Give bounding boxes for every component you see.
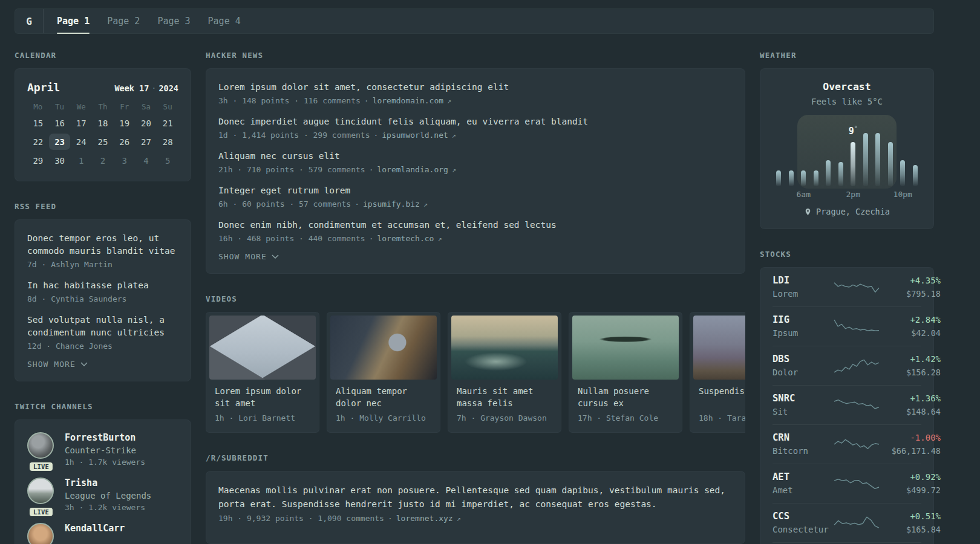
weather-time-label: 2pm: [846, 190, 860, 199]
twitch-avatar[interactable]: [27, 432, 54, 459]
page-tabs: Page 1Page 2Page 3Page 4: [44, 9, 241, 33]
video-card[interactable]: Lorem ipsum dolor sit amet consectetu…1h…: [206, 312, 319, 433]
weather-feels-like: Feels like 5°C: [773, 97, 921, 106]
twitch-avatar[interactable]: [27, 523, 54, 544]
calendar-day: 15: [27, 115, 49, 131]
video-title[interactable]: Nullam posuere cursus ex: [578, 385, 673, 409]
twitch-channel-name[interactable]: ForrestBurton: [65, 432, 145, 443]
video-thumbnail[interactable]: [693, 316, 745, 380]
weather-time-label: 6am: [797, 190, 811, 199]
stock-row[interactable]: LDILorem+4.35%$795.18: [773, 268, 921, 306]
video-thumbnail[interactable]: [451, 316, 558, 380]
stock-row[interactable]: AETAmet+0.92%$499.72: [773, 464, 921, 503]
rss-show-more-button[interactable]: SHOW MORE: [27, 360, 88, 369]
weather-bar-current: [851, 142, 855, 186]
calendar-day: 28: [157, 134, 178, 150]
stock-symbol: CRN: [773, 432, 833, 443]
location-text: Prague, Czechia: [816, 207, 890, 216]
left-column: CALENDAR April Week 17·2024 MoTuWeThFrSa…: [15, 51, 191, 544]
rss-item-title[interactable]: Sed volutpat nulla nisl, a condimentum n…: [27, 314, 178, 339]
weather-bar: [863, 133, 868, 186]
hackernews-item-title[interactable]: Donec enim nibh, condimentum et accumsan…: [218, 219, 733, 232]
item-domain-link[interactable]: loremlandia.org: [377, 165, 448, 174]
tab-page-1[interactable]: Page 1: [57, 9, 90, 33]
weather-hourly-chart: 9° 6am2pm10pm: [773, 112, 921, 201]
tab-page-4[interactable]: Page 4: [208, 9, 241, 33]
video-card[interactable]: Aliquam tempor dolor nec pharetra…1h · M…: [327, 312, 440, 433]
twitch-avatar[interactable]: [27, 478, 54, 504]
video-card[interactable]: Suspendisse diam18h · Tara: [690, 312, 745, 433]
rss-item-meta: 12d · Chance Jones: [27, 342, 178, 351]
weather-card: Overcast Feels like 5°C 9° 6am2pm10pm Pr…: [760, 68, 934, 229]
rss-item-meta: 7d · Ashlyn Martin: [27, 260, 178, 269]
sparkline-chart: [833, 474, 880, 493]
weather-bar: [900, 160, 905, 186]
separator-dot: ·: [354, 199, 359, 209]
hackernews-item-title[interactable]: Integer eget rutrum lorem: [218, 184, 733, 197]
stock-change: +0.51%: [880, 511, 941, 521]
stock-values: +2.84%$42.04: [880, 315, 941, 338]
stock-row[interactable]: DBSDolor+1.42%$156.28: [773, 346, 921, 385]
stock-left: DBSDolor: [773, 354, 833, 377]
video-thumbnail[interactable]: [572, 316, 679, 380]
stock-row[interactable]: IIGIpsum+2.84%$42.04: [773, 306, 921, 346]
hackernews-show-more-button[interactable]: SHOW MORE: [218, 252, 279, 261]
twitch-channel-viewers: 1h · 1.7k viewers: [65, 458, 145, 467]
app-logo[interactable]: G: [15, 9, 44, 33]
video-card-body: Mauris sit amet massa felis7h · Grayson …: [451, 380, 558, 429]
weather-bar-slot: [860, 133, 872, 186]
video-card-body: Aliquam tempor dolor nec pharetra…1h · M…: [330, 380, 437, 429]
weather-time-label: 10pm: [893, 190, 912, 199]
show-more-label: SHOW MORE: [27, 360, 76, 369]
video-card[interactable]: Mauris sit amet massa felis7h · Grayson …: [448, 312, 561, 433]
video-title[interactable]: Mauris sit amet massa felis: [457, 385, 552, 409]
calendar-section-label: CALENDAR: [15, 51, 191, 60]
video-card[interactable]: Nullam posuere cursus ex17h · Stefan Col…: [569, 312, 682, 433]
video-title[interactable]: Lorem ipsum dolor sit amet consectetu…: [215, 385, 310, 409]
subreddit-post-title[interactable]: Maecenas mollis pulvinar erat non posuer…: [218, 484, 733, 511]
item-domain-link[interactable]: ipsumify.biz: [363, 199, 420, 209]
stock-row[interactable]: CCSConsectetur+0.51%$165.84: [773, 503, 921, 542]
item-meta-text: 16h · 468 points · 440 comments: [218, 234, 365, 243]
calendar-month: April: [27, 81, 60, 94]
calendar-day: 30: [49, 152, 71, 169]
middle-column: HACKER NEWS Lorem ipsum dolor sit amet, …: [206, 51, 745, 544]
weather-bar: [776, 170, 781, 186]
stock-left: LDILorem: [773, 275, 833, 299]
video-title[interactable]: Aliquam tempor dolor nec pharetra…: [336, 385, 431, 409]
item-domain-link[interactable]: ipsumworld.net: [382, 131, 448, 140]
stock-name: Ipsum: [773, 328, 833, 338]
weather-bar: [826, 160, 831, 186]
stock-values: +0.92%$499.72: [880, 472, 941, 495]
rss-item: Sed volutpat nulla nisl, a condimentum n…: [27, 314, 178, 351]
item-domain-link[interactable]: loremtech.co: [377, 234, 434, 243]
weekday-label: We: [70, 102, 92, 111]
chevron-down-icon: [80, 362, 88, 366]
stock-row[interactable]: SNRCSit+1.36%$148.64: [773, 385, 921, 424]
twitch-channel-name[interactable]: Trisha: [65, 478, 151, 488]
weekday-label: Tu: [49, 102, 71, 111]
show-more-label: SHOW MORE: [218, 252, 267, 261]
weekday-label: Sa: [136, 102, 157, 111]
item-domain-link[interactable]: loremnet.xyz: [396, 514, 453, 523]
tab-page-3[interactable]: Page 3: [157, 9, 190, 33]
tab-page-2[interactable]: Page 2: [107, 9, 140, 33]
video-thumbnail[interactable]: [209, 316, 316, 380]
video-thumbnail[interactable]: [330, 316, 437, 380]
separator-dot: ·: [373, 131, 378, 140]
weather-bar-slot: [835, 162, 848, 186]
subreddit-section: /R/SUBREDDIT Maecenas mollis pulvinar er…: [206, 453, 745, 544]
hackernews-item-title[interactable]: Lorem ipsum dolor sit amet, consectetur …: [218, 81, 733, 94]
rss-item-title[interactable]: In hac habitasse platea: [27, 279, 178, 292]
twitch-channel-name[interactable]: KendallCarr: [65, 523, 125, 534]
stock-price: $66,171.48: [880, 446, 941, 456]
video-title[interactable]: Suspendisse diam: [699, 385, 745, 409]
item-domain-link[interactable]: loremdomain.com: [373, 96, 443, 105]
rss-item-title[interactable]: Donec tempor eros leo, ut commodo mauris…: [27, 232, 178, 257]
calendar-day: 3: [114, 152, 136, 169]
hackernews-item-title[interactable]: Aliquam nec cursus elit: [218, 150, 733, 163]
stock-row[interactable]: CRNBitcorn-1.00%$66,171.48: [773, 424, 921, 464]
sparkline-chart: [833, 278, 880, 296]
calendar-day: 20: [136, 115, 157, 131]
hackernews-item-title[interactable]: Donec imperdiet augue tincidunt felis al…: [218, 115, 733, 128]
